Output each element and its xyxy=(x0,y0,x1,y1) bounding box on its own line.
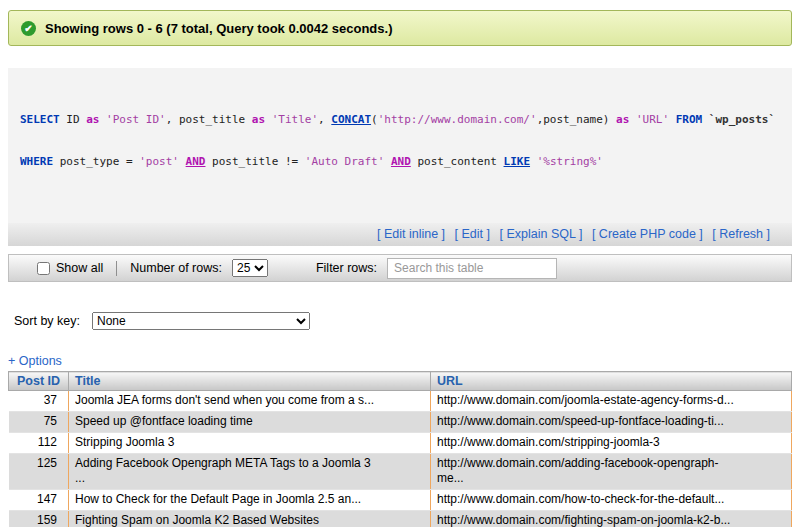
sql-token: post_type = xyxy=(60,155,139,168)
cell-url[interactable]: http://www.domain.com/adding-facebook-op… xyxy=(431,454,792,490)
cell-post-id[interactable]: 75 xyxy=(9,412,69,433)
sql-token: 'URL' xyxy=(636,113,669,126)
column-header-title[interactable]: Title xyxy=(69,372,431,391)
sql-token xyxy=(530,155,537,168)
sort-by-key-label: Sort by key: xyxy=(14,314,80,328)
sql-token xyxy=(384,155,391,168)
cell-post-id[interactable]: 37 xyxy=(9,391,69,412)
sql-line-2: WHERE post_type = 'post' AND post_title … xyxy=(20,155,780,169)
success-message: ✔ Showing rows 0 - 6 (7 total, Query too… xyxy=(8,10,792,46)
cell-title[interactable]: Fighting Spam on Joomla K2 Based Website… xyxy=(69,511,431,527)
table-row: 159 Fighting Spam on Joomla K2 Based Web… xyxy=(9,511,792,527)
sql-token: 'Post ID' xyxy=(106,113,166,126)
sql-token: 'http://www.domain.com/' xyxy=(378,113,537,126)
success-check-icon: ✔ xyxy=(21,21,36,36)
filter-rows-label: Filter rows: xyxy=(316,261,377,275)
sql-token: , post_title xyxy=(166,113,252,126)
results-toolbar: Show all Number of rows: 25 Filter rows: xyxy=(8,254,792,282)
sql-code: SELECT ID as 'Post ID', post_title as 'T… xyxy=(8,68,792,223)
cell-title[interactable]: Speed up @fontface loading time xyxy=(69,412,431,433)
sql-token: ( xyxy=(371,113,378,126)
cell-post-id[interactable]: 125 xyxy=(9,454,69,490)
sql-token: FROM xyxy=(676,113,709,126)
sql-token: 'post' xyxy=(139,155,179,168)
cell-post-id[interactable]: 112 xyxy=(9,433,69,454)
sql-token: WHERE xyxy=(20,155,60,168)
column-header-post-id[interactable]: Post ID xyxy=(9,372,69,391)
table-row: 112 Stripping Joomla 3 http://www.domain… xyxy=(9,433,792,454)
column-header-url[interactable]: URL xyxy=(431,372,792,391)
sql-action-links: [ Edit inline ] [ Edit ] [ Explain SQL ]… xyxy=(8,223,792,246)
sql-token: post_content xyxy=(411,155,504,168)
phpmyadmin-results-page: ✔ Showing rows 0 - 6 (7 total, Query too… xyxy=(0,0,800,527)
cell-post-id[interactable]: 147 xyxy=(9,490,69,511)
sql-token: as xyxy=(616,113,636,126)
sort-by-key-select[interactable]: None xyxy=(92,312,310,330)
options-toggle-link[interactable]: + Options xyxy=(8,354,62,368)
sql-query-box: SELECT ID as 'Post ID', post_title as 'T… xyxy=(8,68,792,246)
rows-per-page-label: Number of rows: xyxy=(130,261,222,275)
cell-url[interactable]: http://www.domain.com/stripping-joomla-3 xyxy=(431,433,792,454)
cell-title[interactable]: Adding Facebook Opengraph META Tags to a… xyxy=(69,454,431,490)
refresh-link[interactable]: [ Refresh ] xyxy=(712,227,770,241)
header-row: Post ID Title URL xyxy=(9,372,792,391)
sql-doc-link[interactable]: AND xyxy=(391,155,411,168)
table-row: 125 Adding Facebook Opengraph META Tags … xyxy=(9,454,792,490)
sql-line-1: SELECT ID as 'Post ID', post_title as 'T… xyxy=(20,113,780,127)
results-table: Post ID Title URL 37 Joomla JEA forms do… xyxy=(8,371,792,527)
cell-title[interactable]: Joomla JEA forms don't send when you com… xyxy=(69,391,431,412)
table-row: 75 Speed up @fontface loading time http:… xyxy=(9,412,792,433)
sql-token xyxy=(179,155,186,168)
table-row: 37 Joomla JEA forms don't send when you … xyxy=(9,391,792,412)
cell-title[interactable]: How to Check for the Default Page in Joo… xyxy=(69,490,431,511)
rows-per-page-select[interactable]: 25 xyxy=(232,259,268,277)
sql-token: ID xyxy=(66,113,86,126)
sql-doc-link[interactable]: LIKE xyxy=(504,155,531,168)
edit-inline-link[interactable]: [ Edit inline ] xyxy=(377,227,445,241)
explain-sql-link[interactable]: [ Explain SQL ] xyxy=(500,227,583,241)
sql-token: SELECT xyxy=(20,113,66,126)
cell-url[interactable]: http://www.domain.com/speed-up-fontface-… xyxy=(431,412,792,433)
sql-token: ,post_name) xyxy=(537,113,616,126)
sql-doc-link[interactable]: AND xyxy=(186,155,206,168)
sql-token xyxy=(669,113,676,126)
sql-token: as xyxy=(86,113,106,126)
show-all-label: Show all xyxy=(56,261,103,275)
cell-url[interactable]: http://www.domain.com/fighting-spam-on-j… xyxy=(431,511,792,527)
cell-url[interactable]: http://www.domain.com/how-to-check-for-t… xyxy=(431,490,792,511)
create-php-code-link[interactable]: [ Create PHP code ] xyxy=(592,227,703,241)
cell-url[interactable]: http://www.domain.com/joomla-estate-agen… xyxy=(431,391,792,412)
cell-title[interactable]: Stripping Joomla 3 xyxy=(69,433,431,454)
toolbar-divider xyxy=(116,261,117,276)
sql-token: 'Auto Draft' xyxy=(305,155,384,168)
sql-token: `wp_posts` xyxy=(709,113,775,126)
filter-rows-input[interactable] xyxy=(387,258,557,279)
sort-by-key-row: Sort by key: None xyxy=(8,312,792,330)
sql-token: , xyxy=(318,113,331,126)
sql-doc-link[interactable]: CONCAT xyxy=(331,113,371,126)
sql-token: 'Title' xyxy=(272,113,318,126)
sql-token: post_title != xyxy=(205,155,304,168)
sql-token: '%string%' xyxy=(537,155,603,168)
show-all-checkbox[interactable] xyxy=(37,262,50,275)
edit-link[interactable]: [ Edit ] xyxy=(455,227,490,241)
sql-token: as xyxy=(252,113,272,126)
table-row: 147 How to Check for the Default Page in… xyxy=(9,490,792,511)
cell-post-id[interactable]: 159 xyxy=(9,511,69,527)
success-text: Showing rows 0 - 6 (7 total, Query took … xyxy=(45,21,392,36)
